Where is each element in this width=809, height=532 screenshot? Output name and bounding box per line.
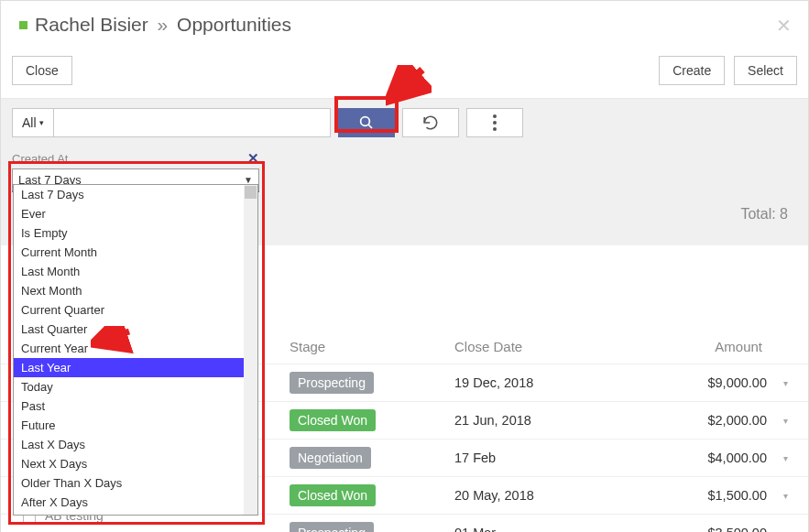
refresh-icon [422,114,439,131]
search-scope-dropdown[interactable]: All ▾ [12,108,54,137]
amount-cell: $2,000.00 [665,413,774,428]
refresh-button[interactable] [402,108,459,137]
date-range-option[interactable]: On [14,512,257,516]
row-menu-caret-icon[interactable]: ▾ [783,491,788,501]
col-close-date[interactable]: Close Date [454,339,665,354]
close-date-cell: 01 Mar [454,526,665,532]
date-range-option[interactable]: Is Empty [14,223,257,243]
date-range-option[interactable]: Ever [14,204,257,223]
date-range-option-list[interactable]: Last 7 DaysEverIs EmptyCurrent MonthLast… [13,184,258,516]
amount-cell: $1,500.00 [665,488,774,503]
page-title: Rachel Bisier » Opportunities [35,14,291,36]
date-range-option[interactable]: Last X Days [14,435,257,454]
date-range-option[interactable]: Past [14,396,257,416]
col-amount[interactable]: Amount [665,339,788,354]
table-row[interactable]: Prospecting01 Mar$3,500.00▾ [1,514,808,532]
amount-cell: $3,500.00 [665,526,774,532]
col-stage[interactable]: Stage [290,339,454,354]
date-range-option[interactable]: Current Year [14,339,257,358]
search-button[interactable] [338,108,395,137]
remove-filter-icon[interactable]: ✕ [247,150,259,167]
svg-line-1 [368,125,372,128]
date-range-option[interactable]: Last Quarter [14,320,257,339]
scrollbar-thumb[interactable] [245,186,257,199]
more-menu-button[interactable] [466,108,523,137]
title-bar: Rachel Bisier » Opportunities ✕ [1,1,808,49]
opportunities-modal: Rachel Bisier » Opportunities ✕ Close Cr… [0,0,809,532]
search-icon [358,114,375,131]
date-range-option[interactable]: Older Than X Days [14,473,257,493]
amount-cell: $9,000.00 [665,375,774,390]
filter-field-label: Created At ✕ [12,150,259,167]
close-button[interactable]: Close [12,56,72,85]
title-person: Rachel Bisier [35,14,148,35]
stage-badge: Negotiation [290,447,371,469]
title-separator: » [158,14,169,35]
close-icon[interactable]: ✕ [776,15,792,37]
date-range-option[interactable]: Current Month [14,243,257,262]
stage-badge: Closed Won [290,484,376,506]
date-range-option[interactable]: Next X Days [14,454,257,473]
search-input[interactable] [54,108,331,137]
scrollbar-track[interactable] [244,185,257,515]
close-date-cell: 17 Feb [454,451,665,465]
svg-point-0 [360,117,369,126]
date-range-option[interactable]: Next Month [14,281,257,300]
amount-cell: $4,000.00 [665,451,774,465]
close-date-cell: 20 May, 2018 [454,488,665,503]
action-bar: Close Create Select [1,49,808,99]
select-button[interactable]: Select [734,56,797,85]
date-range-option[interactable]: Last Month [14,262,257,281]
date-range-option[interactable]: Future [14,416,257,435]
close-date-cell: 21 Jun, 2018 [454,413,665,428]
date-range-option[interactable]: Today [14,377,257,396]
caret-down-icon: ▾ [39,118,44,127]
kebab-icon [493,114,497,131]
title-module: Opportunities [177,14,291,35]
close-date-cell: 19 Dec, 2018 [454,375,665,390]
date-range-option[interactable]: Last Year [14,358,257,377]
date-range-option[interactable]: Last 7 Days [14,185,257,204]
row-menu-caret-icon[interactable]: ▾ [783,453,788,463]
search-scope-label: All [22,115,37,130]
stage-badge: Closed Won [290,409,376,431]
date-range-option[interactable]: Current Quarter [14,300,257,320]
total-count: Total: 8 [740,206,788,223]
row-menu-caret-icon[interactable]: ▾ [783,416,788,426]
status-dot-icon [19,21,27,29]
filter-name: Created At [12,152,68,166]
row-menu-caret-icon[interactable]: ▾ [783,528,788,533]
date-range-option[interactable]: After X Days [14,493,257,512]
stage-badge: Prospecting [290,372,374,394]
create-button[interactable]: Create [659,56,725,85]
stage-badge: Prospecting [290,522,374,532]
row-menu-caret-icon[interactable]: ▾ [783,378,788,388]
